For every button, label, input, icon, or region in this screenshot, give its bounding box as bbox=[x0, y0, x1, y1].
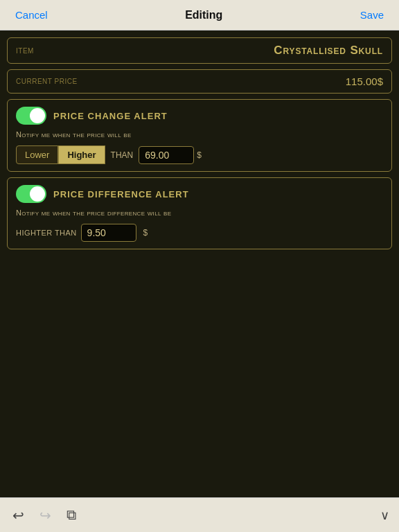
price-difference-alert-title: Price Difference Alert bbox=[53, 189, 189, 200]
price-difference-toggle[interactable] bbox=[16, 185, 46, 203]
price-change-value-input[interactable] bbox=[139, 146, 194, 164]
highter-row: Highter Than $ bbox=[16, 224, 383, 242]
price-difference-currency: $ bbox=[143, 228, 148, 238]
redo-button[interactable]: ↪ bbox=[37, 504, 54, 526]
price-change-toggle-slider bbox=[16, 107, 46, 125]
lower-button[interactable]: Lower bbox=[16, 145, 58, 164]
main-content: Item Crystallised Skull Current Price 11… bbox=[0, 30, 399, 256]
price-difference-alert-subtitle: Notify me when the price difference will… bbox=[16, 209, 383, 217]
price-difference-value-input[interactable] bbox=[81, 224, 136, 242]
price-difference-alert-card: Price Difference Alert Notify me when th… bbox=[7, 177, 392, 249]
item-row: Item Crystallised Skull bbox=[7, 37, 392, 64]
nav-bar: Cancel Editing Save bbox=[0, 0, 399, 30]
price-change-alert-header: Price Change Alert bbox=[16, 107, 383, 125]
toolbar-left: ↩ ↪ ⧉ bbox=[10, 504, 79, 526]
bottom-toolbar: ↩ ↪ ⧉ ∨ bbox=[0, 497, 399, 532]
price-change-alert-subtitle: Notify me when the price will be bbox=[16, 130, 383, 139]
cancel-button[interactable]: Cancel bbox=[11, 6, 52, 24]
current-price-row: Current Price 115.00$ bbox=[7, 69, 392, 94]
nav-title: Editing bbox=[185, 9, 222, 21]
undo-button[interactable]: ↩ bbox=[10, 504, 27, 526]
item-label: Item bbox=[16, 47, 34, 55]
highter-than-label: Highter Than bbox=[16, 229, 77, 237]
chevron-down-button[interactable]: ∨ bbox=[380, 508, 389, 523]
price-change-alert-title: Price Change Alert bbox=[53, 111, 168, 121]
direction-buttons: Lower Higher Than $ bbox=[16, 145, 383, 164]
price-change-alert-card: Price Change Alert Notify me when the pr… bbox=[7, 99, 392, 172]
current-price-label: Current Price bbox=[16, 78, 78, 85]
current-price-value: 115.00$ bbox=[346, 76, 383, 87]
price-difference-alert-header: Price Difference Alert bbox=[16, 185, 383, 203]
price-change-toggle[interactable] bbox=[16, 107, 46, 125]
item-value: Crystallised Skull bbox=[274, 44, 383, 57]
price-difference-toggle-slider bbox=[16, 185, 46, 203]
copy-button[interactable]: ⧉ bbox=[64, 504, 79, 526]
save-button[interactable]: Save bbox=[356, 6, 388, 24]
higher-button[interactable]: Higher bbox=[58, 145, 105, 164]
than-label: Than bbox=[111, 150, 134, 160]
price-change-currency: $ bbox=[197, 150, 202, 160]
